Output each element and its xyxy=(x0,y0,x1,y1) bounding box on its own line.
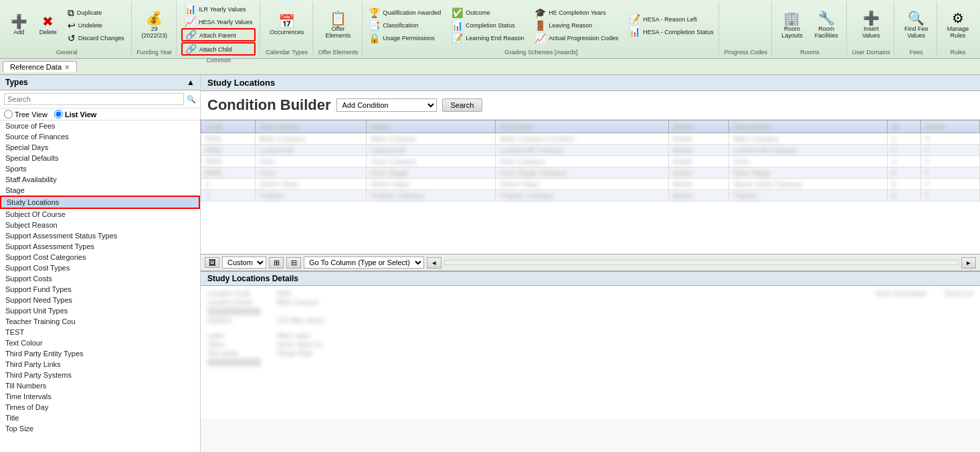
room-layouts-label: RoomLayouts xyxy=(781,25,803,39)
cell: Lowercroft xyxy=(367,145,496,156)
sidebar-item[interactable]: Support Costs xyxy=(0,273,200,284)
ribbon-group-rules: ⚙ ManageRules Rules xyxy=(939,1,977,57)
sidebar-item[interactable]: Time Intervals xyxy=(0,391,200,402)
occurrences-button[interactable]: 📅 Occurrences xyxy=(265,3,308,48)
table-row[interactable]: 2 Trayton Trayton Campus Trayton Campus … xyxy=(201,190,980,202)
tab-reference-data[interactable]: Reference Data ✕ xyxy=(3,61,77,72)
sidebar-item[interactable]: Support Unit Types xyxy=(0,305,200,316)
sidebar-item[interactable]: Support Need Types xyxy=(0,295,200,305)
he-completion-button[interactable]: 🎓 HE Completion Years xyxy=(531,7,621,19)
learning-end-button[interactable]: 📝 Learning End Reason xyxy=(448,32,527,44)
add-condition-select[interactable]: Add Condition xyxy=(336,98,437,112)
usage-perms-button[interactable]: 🔒 Usage Permissions xyxy=(365,32,444,44)
sidebar-item[interactable]: Support Cost Categories xyxy=(0,252,200,262)
goto-column-select[interactable]: Go To Column (Type or Select) xyxy=(304,256,424,269)
sidebar-item[interactable]: Special Days xyxy=(0,142,200,153)
sidebar-item[interactable]: Third Party Systems xyxy=(0,370,200,380)
sidebar-item[interactable]: Teacher Training Cou xyxy=(0,316,200,327)
sidebar-item[interactable]: Source of Finances xyxy=(0,131,200,142)
view-select[interactable]: Custom xyxy=(222,256,266,269)
qual-awarded-button[interactable]: 🏆 Qualification Awarded xyxy=(365,7,444,19)
room-facilities-button[interactable]: 🔧 RoomFacilities xyxy=(810,8,843,42)
condition-search-button[interactable]: Search xyxy=(442,98,483,112)
learning-end-label: Learning End Reason xyxy=(466,35,524,42)
delete-button[interactable]: ✖ Delete xyxy=(35,11,62,39)
classification-button[interactable]: 📑 Classification xyxy=(365,19,444,31)
manage-rules-label: ManageRules xyxy=(947,25,969,39)
undelete-button[interactable]: ↩ Undelete xyxy=(64,19,128,31)
cell: 0001 xyxy=(201,133,256,145)
cell: Active xyxy=(668,190,729,202)
grid-tool-icon-btn-1[interactable]: 🖼 xyxy=(205,257,219,268)
funding-year-button[interactable]: 💰 29(2022/23) xyxy=(136,3,172,48)
tab-close-button[interactable]: ✕ xyxy=(64,64,70,71)
tree-view-radio[interactable] xyxy=(4,110,13,119)
table-row[interactable]: 0003 Orex Orex Campus Orex Campus Active… xyxy=(201,156,980,167)
col-header-3: Name xyxy=(367,121,496,133)
horizontal-scrollbar[interactable] xyxy=(444,260,959,265)
duplicate-button[interactable]: ⧉ Duplicate xyxy=(64,7,128,19)
sidebar-item[interactable]: Till Numbers xyxy=(0,380,200,391)
attach-parent-button[interactable]: 🔗 Attach Parent xyxy=(181,28,256,42)
detail-label-5: Label xyxy=(207,332,274,340)
find-fee-button[interactable]: 🔍 Find FeeValues xyxy=(900,3,933,48)
sidebar-item[interactable]: Stage xyxy=(0,185,200,196)
sidebar-item[interactable]: Title xyxy=(0,412,200,423)
cell: Orex xyxy=(255,167,366,179)
sidebar-item[interactable]: Support Cost Types xyxy=(0,262,200,273)
list-view-option[interactable]: List View xyxy=(54,110,96,119)
table-row[interactable]: 0002 Lowercroft Lowercroft Lowercroft Ca… xyxy=(201,145,980,156)
discard-button[interactable]: ↺ Discard Changes xyxy=(64,32,128,44)
hesa-yearly-button[interactable]: 📈 HESA Yearly Values xyxy=(181,15,256,27)
attach-child-button[interactable]: 🔗 Attach Child xyxy=(181,42,256,56)
sidebar-item[interactable]: Times of Day xyxy=(0,402,200,412)
sidebar-item[interactable]: Support Assessment Types xyxy=(0,241,200,252)
grading-col4: 📝 HESA - Reason Left 📊 HESA - Completion… xyxy=(625,13,717,37)
grid-tool-icon-btn-4[interactable]: ◂ xyxy=(427,257,442,269)
grid-tool-icon-btn-2[interactable]: ⊞ xyxy=(269,257,284,269)
list-view-radio[interactable] xyxy=(54,110,63,119)
insert-values-button[interactable]: ➕ InsertValues xyxy=(858,3,885,48)
grading-group-label: Grading Schemes [Awards] xyxy=(504,48,577,56)
tree-view-option[interactable]: Tree View xyxy=(4,110,47,119)
completion-label: Completion Status xyxy=(466,22,515,29)
sidebar-item[interactable]: Support Fund Types xyxy=(0,284,200,295)
sidebar-item[interactable]: Support Assessment Status Types xyxy=(0,230,200,241)
sidebar-item[interactable]: Text Colour xyxy=(0,337,200,348)
table-row[interactable]: 1 Storm Oaks Storm Oaks Storm Oaks Activ… xyxy=(201,179,980,190)
sidebar-item[interactable]: Sports xyxy=(0,163,200,174)
data-grid[interactable]: Code Short Name Name Full Name Status De… xyxy=(201,120,980,254)
sidebar-item[interactable]: Subject Reason xyxy=(0,220,200,230)
cell: 1 xyxy=(201,179,256,190)
sidebar-item[interactable]: Staff Availability xyxy=(0,174,200,185)
room-layouts-button[interactable]: 🏢 RoomLayouts xyxy=(777,8,807,42)
hesa-reason-button[interactable]: 📝 HESA - Reason Left xyxy=(625,13,717,25)
hesa-comp-button[interactable]: 📊 HESA - Completion Status xyxy=(625,25,717,37)
sidebar-search-input[interactable] xyxy=(4,93,184,105)
leaving-reason-button[interactable]: 🚪 Leaving Reason xyxy=(531,19,621,31)
sidebar-item[interactable]: TEST xyxy=(0,327,200,337)
sidebar-item[interactable]: Subject Of Course xyxy=(0,209,200,220)
grid-tool-icon-btn-3[interactable]: ⊟ xyxy=(286,257,301,269)
sidebar-item[interactable]: Third Party Entity Types xyxy=(0,348,200,359)
detail-value-4: 123 Main Street xyxy=(277,317,324,324)
sidebar-item[interactable]: Special Defaults xyxy=(0,153,200,163)
section-title: Study Locations xyxy=(201,75,980,91)
sidebar-collapse-icon[interactable]: ▲ xyxy=(187,78,195,87)
table-row[interactable]: 0006 Orex Orex Stage Orex Stage Campus A… xyxy=(201,167,980,179)
sidebar-item[interactable]: Third Party Links xyxy=(0,359,200,370)
offer-elements-button[interactable]: 📋 OfferElements xyxy=(321,3,356,48)
table-row[interactable]: 0001 Main Campus Main Campus Main Campus… xyxy=(201,133,980,145)
completion-status-button[interactable]: 📊 Completion Status xyxy=(448,19,527,31)
sidebar-item[interactable]: Source of Fees xyxy=(0,121,200,131)
add-button[interactable]: ➕ Add xyxy=(6,11,32,39)
outcome-button[interactable]: ✅ Outcome xyxy=(448,7,527,19)
ilr-yearly-button[interactable]: 📊 ILR Yearly Values xyxy=(181,3,256,15)
actual-prog-button[interactable]: 📈 Actual Progression Codes xyxy=(531,32,621,44)
grid-tool-icon-btn-5[interactable]: ▸ xyxy=(961,257,976,269)
sidebar-item[interactable]: Top Size xyxy=(0,423,200,434)
ribbon-group-calendar: 📅 Occurrences Calendar Types xyxy=(262,1,313,57)
manage-rules-button[interactable]: ⚙ ManageRules xyxy=(943,3,974,48)
outcome-label: Outcome xyxy=(466,9,490,16)
sidebar-item-study-locations[interactable]: Study Locations xyxy=(0,196,200,209)
